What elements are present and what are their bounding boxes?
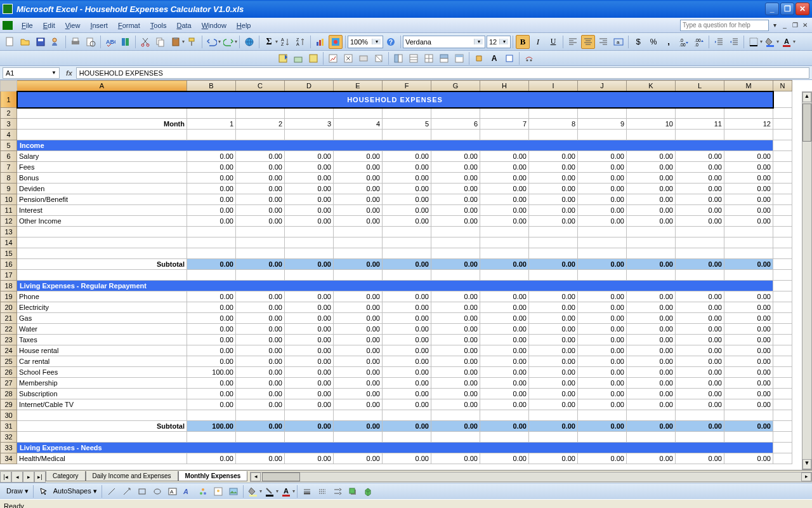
- cell[interactable]: [431, 237, 480, 248]
- item-label-cell[interactable]: Water: [17, 324, 187, 335]
- section-header-cell[interactable]: Living Expenses - Needs: [17, 443, 773, 453]
- value-cell[interactable]: 0.00: [627, 291, 676, 302]
- value-cell[interactable]: 0.00: [627, 345, 676, 356]
- cell[interactable]: [187, 248, 236, 259]
- value-cell[interactable]: 0.00: [578, 378, 627, 389]
- value-cell[interactable]: 0.00: [529, 324, 578, 335]
- column-header[interactable]: G: [431, 81, 480, 91]
- currency-button[interactable]: $: [631, 35, 645, 49]
- value-cell[interactable]: 0.00: [431, 151, 480, 162]
- chart-wizard-button[interactable]: [313, 35, 327, 49]
- tb2-btn-15[interactable]: [502, 51, 516, 65]
- value-cell[interactable]: 0.00: [285, 389, 334, 399]
- item-label-cell[interactable]: Other Income: [17, 216, 187, 227]
- item-label-cell[interactable]: Fees: [17, 162, 187, 173]
- increase-decimal-button[interactable]: .0.00: [677, 35, 691, 49]
- value-cell[interactable]: 0.00: [627, 399, 676, 410]
- cell[interactable]: [236, 108, 285, 119]
- row-header[interactable]: 15: [1, 248, 17, 259]
- column-header[interactable]: H: [480, 81, 529, 91]
- column-header[interactable]: J: [578, 81, 627, 91]
- cell[interactable]: [383, 248, 431, 259]
- cell[interactable]: [578, 108, 627, 119]
- cell[interactable]: [17, 237, 187, 248]
- row-header[interactable]: 20: [1, 302, 17, 313]
- value-cell[interactable]: 0.00: [236, 291, 285, 302]
- value-cell[interactable]: 0.00: [724, 356, 773, 367]
- row-header[interactable]: 33: [1, 443, 17, 453]
- value-cell[interactable]: 0.00: [187, 378, 236, 389]
- value-cell[interactable]: 0.00: [187, 335, 236, 345]
- value-cell[interactable]: 0.00: [480, 389, 529, 399]
- value-cell[interactable]: 0.00: [627, 302, 676, 313]
- fill-color-button[interactable]: [763, 35, 777, 49]
- value-cell[interactable]: 0.00: [529, 151, 578, 162]
- cell[interactable]: [285, 270, 334, 281]
- row-header[interactable]: 13: [1, 227, 17, 237]
- decrease-decimal-button[interactable]: .00.0: [692, 35, 706, 49]
- cell[interactable]: [773, 227, 792, 237]
- cell[interactable]: [480, 248, 529, 259]
- month-number-cell[interactable]: 10: [627, 119, 676, 130]
- month-number-cell[interactable]: 2: [236, 119, 285, 130]
- row-header[interactable]: 23: [1, 335, 17, 345]
- horizontal-scrollbar[interactable]: ◂▸: [250, 472, 812, 482]
- permission-button[interactable]: [49, 35, 63, 49]
- value-cell[interactable]: 0.00: [529, 162, 578, 173]
- line-button[interactable]: [105, 485, 119, 498]
- value-cell[interactable]: 0.00: [431, 194, 480, 205]
- dash-style-button[interactable]: [315, 485, 329, 498]
- subtotal-label-cell[interactable]: Subtotal: [17, 259, 187, 270]
- sheet-tab[interactable]: Monthly Expenses: [178, 471, 248, 481]
- sheet-title-cell[interactable]: HOUSEHOLD EXPENSES: [17, 91, 773, 108]
- cell[interactable]: [431, 410, 480, 421]
- cell[interactable]: [676, 227, 724, 237]
- sheet-tab[interactable]: Category: [46, 471, 86, 481]
- value-cell[interactable]: 0.00: [187, 356, 236, 367]
- value-cell[interactable]: 0.00: [383, 335, 431, 345]
- research-button[interactable]: [119, 35, 133, 49]
- section-header-cell[interactable]: Income: [17, 140, 773, 151]
- help-button[interactable]: ?: [384, 35, 398, 49]
- cell[interactable]: [676, 237, 724, 248]
- value-cell[interactable]: 0.00: [578, 345, 627, 356]
- value-cell[interactable]: 0.00: [431, 302, 480, 313]
- value-cell[interactable]: 0.00: [334, 356, 383, 367]
- value-cell[interactable]: 0.00: [529, 173, 578, 184]
- value-cell[interactable]: 0.00: [285, 356, 334, 367]
- help-dropdown-icon[interactable]: ▾: [770, 21, 779, 30]
- sort-asc-button[interactable]: AZ: [278, 35, 292, 49]
- value-cell[interactable]: 0.00: [285, 151, 334, 162]
- minimize-button[interactable]: _: [765, 3, 779, 15]
- value-cell[interactable]: 0.00: [578, 389, 627, 399]
- open-button[interactable]: [18, 35, 32, 49]
- column-header[interactable]: A: [17, 81, 187, 91]
- save-button[interactable]: [34, 35, 48, 49]
- draw-menu[interactable]: Draw ▾: [4, 486, 31, 497]
- value-cell[interactable]: 0.00: [431, 324, 480, 335]
- cell[interactable]: [578, 270, 627, 281]
- value-cell[interactable]: 0.00: [285, 291, 334, 302]
- tb2-btn-8[interactable]: [391, 51, 405, 65]
- value-cell[interactable]: 0.00: [578, 324, 627, 335]
- cell[interactable]: [17, 248, 187, 259]
- column-header[interactable]: C: [236, 81, 285, 91]
- value-cell[interactable]: 100.00: [187, 367, 236, 378]
- cell[interactable]: [236, 270, 285, 281]
- cell[interactable]: [676, 108, 724, 119]
- item-label-cell[interactable]: Internet/Cable TV: [17, 399, 187, 410]
- cell[interactable]: [529, 248, 578, 259]
- value-cell[interactable]: 0.00: [676, 356, 724, 367]
- cell[interactable]: [627, 237, 676, 248]
- cell[interactable]: [334, 270, 383, 281]
- name-box[interactable]: A1▼: [3, 67, 60, 79]
- value-cell[interactable]: 0.00: [383, 378, 431, 389]
- value-cell[interactable]: 0.00: [724, 216, 773, 227]
- row-header[interactable]: 1: [1, 91, 17, 108]
- row-header[interactable]: 16: [1, 259, 17, 270]
- menu-help[interactable]: Help: [232, 20, 256, 31]
- cell[interactable]: [578, 248, 627, 259]
- value-cell[interactable]: 0.00: [578, 399, 627, 410]
- value-cell[interactable]: 0.00: [285, 345, 334, 356]
- value-cell[interactable]: 0.00: [383, 151, 431, 162]
